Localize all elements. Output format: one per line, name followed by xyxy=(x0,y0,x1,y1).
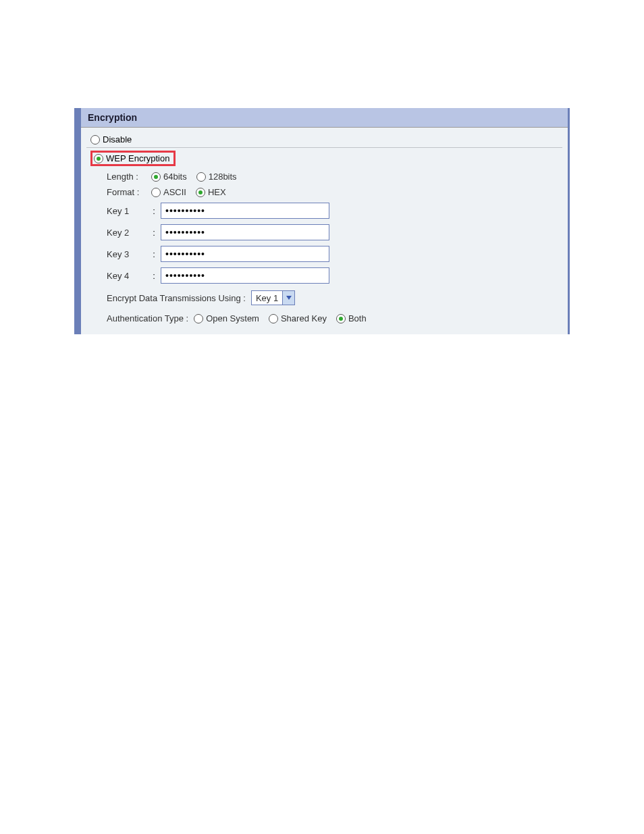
key4-row: Key 4 : xyxy=(107,265,562,286)
length-label: Length : xyxy=(107,172,147,182)
wep-settings: Length : 64bits 128bits Format : xyxy=(86,169,562,328)
wep-highlight-box: WEP Encryption xyxy=(90,151,176,166)
encrypt-using-row: Encrypt Data Transmissions Using : Key 1 xyxy=(107,286,562,309)
auth-open-label: Open System xyxy=(206,313,259,323)
format-hex-item[interactable]: HEX xyxy=(196,187,226,197)
format-ascii-label: ASCII xyxy=(163,187,186,197)
key1-label: Key 1 xyxy=(107,206,147,216)
colon: : xyxy=(151,249,157,259)
panel-body: Disable WEP Encryption Length : 64bits xyxy=(81,128,568,334)
format-hex-label: HEX xyxy=(208,187,226,197)
auth-row: Authentication Type : Open System Shared… xyxy=(107,309,562,328)
auth-open-item[interactable]: Open System xyxy=(194,313,259,323)
length-row: Length : 64bits 128bits xyxy=(107,169,562,184)
auth-shared-item[interactable]: Shared Key xyxy=(269,313,327,323)
key3-label: Key 3 xyxy=(107,249,147,259)
encrypt-using-select[interactable]: Key 1 xyxy=(251,290,295,305)
length-64-label: 64bits xyxy=(163,172,187,182)
key2-row: Key 2 : xyxy=(107,221,562,243)
encrypt-using-label: Encrypt Data Transmissions Using : xyxy=(107,293,246,303)
radio-open-system[interactable] xyxy=(194,314,203,323)
chevron-down-icon xyxy=(282,291,294,305)
key4-input[interactable] xyxy=(161,267,329,284)
encryption-panel: Encryption Disable WEP Encryption Length… xyxy=(74,108,570,334)
auth-both-item[interactable]: Both xyxy=(336,313,367,323)
radio-hex[interactable] xyxy=(196,188,205,197)
format-row: Format : ASCII HEX xyxy=(107,184,562,200)
colon: : xyxy=(151,271,157,281)
radio-disable[interactable] xyxy=(90,135,100,145)
radio-wep[interactable] xyxy=(94,154,103,163)
option-wep-row[interactable]: WEP Encryption xyxy=(86,148,562,169)
disable-label: Disable xyxy=(103,134,132,145)
wep-label: WEP Encryption xyxy=(106,153,169,163)
length-64-item[interactable]: 64bits xyxy=(151,172,187,182)
key3-row: Key 3 : xyxy=(107,243,562,265)
radio-both[interactable] xyxy=(336,314,346,323)
radio-shared-key[interactable] xyxy=(269,314,278,323)
encrypt-using-value: Key 1 xyxy=(252,291,282,305)
format-group: ASCII HEX xyxy=(151,187,226,197)
format-label: Format : xyxy=(107,187,147,197)
length-group: 64bits 128bits xyxy=(151,172,237,182)
key1-row: Key 1 : xyxy=(107,200,562,221)
auth-group: Open System Shared Key Both xyxy=(194,313,366,323)
colon: : xyxy=(151,206,157,216)
panel-title: Encryption xyxy=(81,108,568,128)
option-disable-row[interactable]: Disable xyxy=(86,132,562,148)
length-128-item[interactable]: 128bits xyxy=(196,172,237,182)
auth-shared-label: Shared Key xyxy=(281,313,327,323)
length-128-label: 128bits xyxy=(209,172,237,182)
key1-input[interactable] xyxy=(161,203,329,219)
key4-label: Key 4 xyxy=(107,271,147,281)
radio-ascii[interactable] xyxy=(151,188,161,197)
auth-both-label: Both xyxy=(348,313,367,323)
colon: : xyxy=(151,228,157,238)
radio-64bits[interactable] xyxy=(151,172,161,182)
key2-label: Key 2 xyxy=(107,228,147,238)
auth-label: Authentication Type : xyxy=(107,313,188,323)
radio-128bits[interactable] xyxy=(196,172,206,182)
key2-input[interactable] xyxy=(161,224,329,240)
format-ascii-item[interactable]: ASCII xyxy=(151,187,186,197)
key3-input[interactable] xyxy=(161,246,329,262)
